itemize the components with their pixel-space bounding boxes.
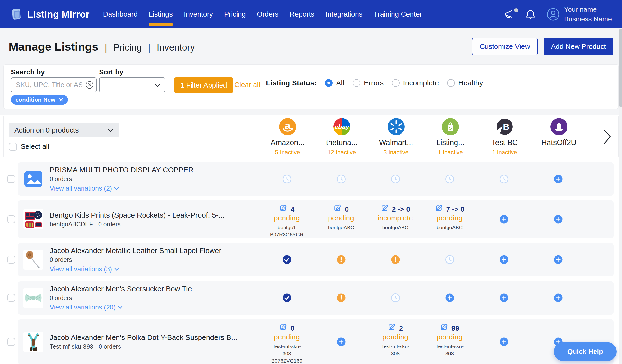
marketplace-listing[interactable]: SListing...1 Inactive — [423, 118, 477, 156]
listing-sku-lines: Test-mf-sku-308 — [436, 343, 464, 357]
row-checkbox[interactable] — [7, 256, 15, 264]
product-title: Bentgo Kids Prints (Space Rockets) - Lea… — [50, 211, 225, 219]
add-new-product-button[interactable]: Add New Product — [544, 38, 613, 55]
customize-view-button[interactable]: Customize View — [472, 38, 538, 55]
view-variations-link[interactable]: View all variations (20) — [50, 304, 192, 311]
row-checkbox[interactable] — [7, 175, 15, 183]
filter-applied-button[interactable]: 1 Filter Applied — [174, 77, 233, 93]
listing-status-label[interactable]: pending — [437, 333, 463, 341]
status-cell-amazon — [260, 243, 314, 276]
radio-icon[interactable] — [392, 79, 400, 87]
add-listing-icon[interactable] — [337, 337, 346, 346]
row-checkbox[interactable] — [7, 294, 15, 302]
select-all-checkbox[interactable] — [9, 143, 17, 151]
bell-icon[interactable] — [525, 9, 536, 20]
edit-listing-icon[interactable] — [381, 204, 389, 212]
bigcommerce-logo-icon: B — [496, 118, 513, 136]
radio-icon[interactable] — [447, 79, 455, 87]
add-listing-icon[interactable] — [499, 215, 509, 224]
healthy-check-icon[interactable] — [282, 255, 292, 264]
row-checkbox[interactable] — [7, 338, 15, 346]
listing-status-label[interactable]: pending — [437, 214, 463, 222]
remove-chip-icon[interactable] — [59, 97, 63, 102]
nav-item-dashboard[interactable]: Dashboard — [103, 10, 138, 18]
clear-all-link[interactable]: Clear all — [234, 81, 260, 89]
marketplace-test-bc[interactable]: BTest BC1 Inactive — [477, 118, 532, 156]
scroll-marketplaces-right-icon[interactable] — [603, 129, 612, 146]
edit-listing-icon[interactable] — [279, 323, 287, 331]
listing-status-radio-all[interactable]: All — [325, 79, 344, 87]
listing-status-label[interactable]: pending — [328, 214, 354, 222]
product-sku: bentgoABCDEF — [50, 221, 93, 228]
nav-item-pricing[interactable]: Pricing — [224, 10, 246, 18]
add-listing-icon[interactable] — [554, 215, 563, 224]
status-cell-hatsoff2u — [531, 281, 585, 315]
marketplace-walmart[interactable]: Walmart...3 Inactive — [369, 118, 423, 156]
edit-listing-icon[interactable] — [333, 204, 341, 212]
product-card: Jacob Alexander Metallic Leather Small L… — [18, 243, 614, 276]
error-warning-icon[interactable] — [337, 293, 346, 303]
nav-item-inventory[interactable]: Inventory — [184, 10, 213, 18]
edit-listing-icon[interactable] — [435, 204, 443, 212]
nav-item-reports[interactable]: Reports — [290, 10, 314, 18]
select-all-control[interactable]: Select all — [9, 143, 49, 151]
condition-filter-chip[interactable]: condition New — [11, 95, 68, 105]
listing-status-label[interactable]: incomplete — [378, 214, 413, 222]
listing-status-label[interactable]: pending — [274, 214, 300, 222]
clear-search-icon[interactable] — [85, 81, 94, 90]
listing-status-radio-incomplete[interactable]: Incomplete — [392, 79, 439, 87]
marketplace-thetuna[interactable]: ebaythetuna...12 Inactive — [315, 118, 369, 156]
page-title: Manage Listings — [9, 40, 98, 53]
announcements-button[interactable] — [503, 9, 514, 19]
action-select-value: Action on 0 products — [14, 126, 78, 134]
error-warning-icon[interactable] — [337, 255, 346, 264]
radio-icon[interactable] — [353, 79, 360, 87]
table-row: Jacob Alexander Men's Polka Dot Y-Back S… — [0, 320, 622, 364]
marketplace-toolbar: Action on 0 products Select all aAmazon.… — [3, 115, 619, 158]
marketplace-hatsoff2u[interactable]: HatsOff2U — [532, 118, 586, 156]
brand[interactable]: Listing Mirror — [10, 8, 90, 21]
svg-text:B: B — [503, 122, 509, 132]
listing-sku-lines: bentgo1B07R3G6YGR — [270, 224, 304, 238]
edit-listing-icon[interactable] — [388, 323, 396, 331]
error-warning-icon[interactable] — [391, 255, 400, 264]
nav-item-listings[interactable]: Listings — [149, 10, 173, 18]
inventory-link[interactable]: Inventory — [157, 42, 195, 53]
product-info: Jacob Alexander Men's Seersucker Bow Tie… — [18, 281, 260, 315]
search-input[interactable] — [11, 77, 97, 93]
add-listing-icon[interactable] — [445, 293, 454, 303]
listing-status-label[interactable]: pending — [382, 333, 408, 341]
add-listing-icon[interactable] — [499, 293, 509, 303]
view-variations-link[interactable]: View all variations (3) — [50, 266, 221, 273]
nav-item-orders[interactable]: Orders — [257, 10, 279, 18]
add-listing-icon[interactable] — [554, 293, 563, 303]
listing-status-radio-healthy[interactable]: Healthy — [447, 79, 483, 87]
user-menu[interactable]: Your name Business Name — [546, 5, 612, 24]
add-listing-icon[interactable] — [499, 337, 509, 346]
add-listing-icon[interactable] — [554, 174, 563, 184]
add-listing-icon[interactable] — [554, 255, 563, 264]
listing-status-radio-errors[interactable]: Errors — [353, 79, 384, 87]
status-cell-walmart: 2 -> 0incompletebentgoABC — [368, 200, 423, 238]
edit-listing-icon[interactable] — [440, 323, 448, 331]
scrollbar-thumb[interactable] — [619, 29, 622, 107]
table-row: Jacob Alexander Men's Seersucker Bow Tie… — [0, 281, 622, 315]
action-select[interactable]: Action on 0 products — [9, 123, 119, 137]
quick-help-button[interactable]: Quick Help — [554, 342, 617, 361]
listing-status-label[interactable]: pending — [274, 333, 300, 341]
edit-listing-icon[interactable] — [279, 204, 287, 212]
marketplace-amazon[interactable]: aAmazon...5 Inactive — [260, 118, 315, 156]
chevron-down-icon — [114, 268, 119, 271]
listing-sku-line: Test-mf-sku- — [381, 343, 409, 350]
radio-icon[interactable] — [325, 79, 333, 87]
add-listing-icon[interactable] — [499, 255, 509, 264]
row-checkbox[interactable] — [7, 215, 15, 223]
nav-item-training-center[interactable]: Training Center — [373, 10, 422, 18]
status-cell-walmart — [368, 243, 423, 276]
healthy-check-icon[interactable] — [282, 293, 292, 303]
sort-by-select[interactable] — [99, 77, 165, 93]
page-scrollbar[interactable] — [619, 28, 622, 364]
pricing-link[interactable]: Pricing — [113, 42, 142, 53]
nav-item-integrations[interactable]: Integrations — [326, 10, 363, 18]
view-variations-link[interactable]: View all variations (2) — [50, 185, 194, 192]
